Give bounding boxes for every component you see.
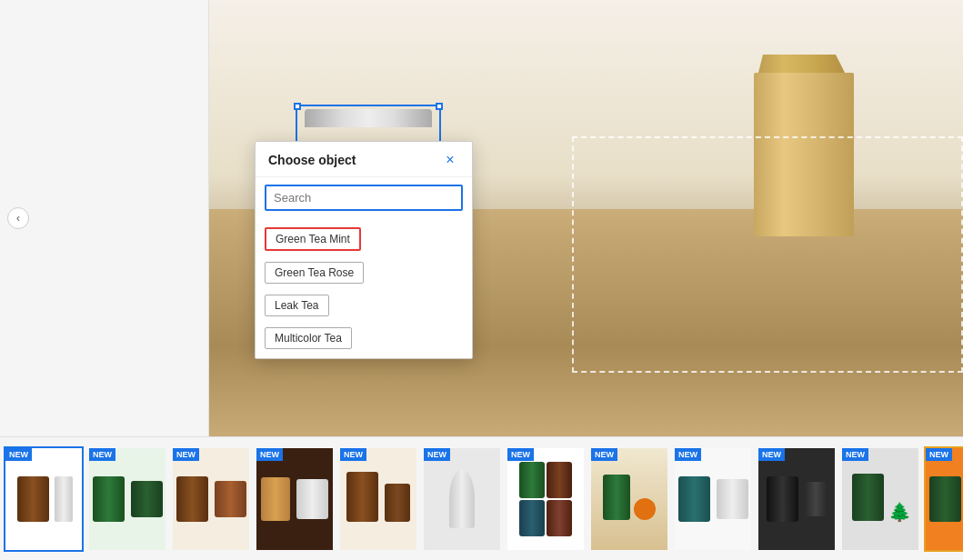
thumbnails-strip: NEW NEW NEW NEW <box>0 436 963 560</box>
thumbnail-8[interactable]: NEW <box>589 446 669 552</box>
pine-cone-11: 🌲 <box>888 501 911 523</box>
mini-can-white-9 <box>717 479 748 519</box>
mini-can-brown-3 <box>176 476 208 522</box>
thumb-bg-10 <box>758 448 835 550</box>
left-sidebar: ‹ <box>0 0 209 436</box>
dialog-title: Choose object <box>268 153 356 167</box>
mini-can-green-2 <box>93 476 125 522</box>
list-item[interactable]: Multicolor Tea <box>256 322 472 355</box>
thumbnail-7[interactable]: NEW <box>506 446 586 552</box>
list-item[interactable]: Green Tea Rose <box>256 256 472 289</box>
thumbnail-9[interactable]: NEW <box>673 446 753 552</box>
dialog-search-input[interactable] <box>265 185 463 211</box>
thumb-bg-11: 🌲 <box>842 448 918 550</box>
dialog-container: Choose object × Green Tea Mint Green Tea… <box>255 141 473 359</box>
mc-2 <box>547 462 572 498</box>
item-green-tea-rose[interactable]: Green Tea Rose <box>265 262 364 284</box>
thumb-bg-9 <box>675 448 751 550</box>
mini-can-dark2-10 <box>805 482 827 516</box>
thumb-bg-6 <box>424 448 500 550</box>
new-badge-10: NEW <box>758 448 785 461</box>
choose-object-dialog: Choose object × Green Tea Mint Green Tea… <box>255 141 473 359</box>
sidebar-collapse-arrow[interactable]: ‹ <box>7 207 29 229</box>
main-canvas: ‹ Contoso Green tea Mint <box>0 0 963 436</box>
thumbnail-2[interactable]: NEW <box>87 446 167 552</box>
list-item[interactable]: Green Tea Mint <box>256 222 472 256</box>
thumbnail-10[interactable]: NEW <box>757 446 837 552</box>
paper-bag-body <box>754 73 854 236</box>
new-badge-8: NEW <box>591 448 617 461</box>
paper-bag <box>754 55 854 236</box>
thumbnail-12[interactable]: NEW <box>924 446 963 552</box>
item-leak-tea[interactable]: Leak Tea <box>265 295 329 316</box>
mini-can-dkgreen-12 <box>929 476 961 522</box>
thumb-bg-5 <box>340 448 416 550</box>
thumb-bg-1 <box>5 448 82 550</box>
new-badge-3: NEW <box>173 448 199 461</box>
mini-can-brown-5 <box>346 472 378 522</box>
mini-can-dkgreen-2 <box>131 481 163 517</box>
thumbnail-6[interactable]: NEW <box>422 446 502 552</box>
multi-cans-7 <box>507 462 584 536</box>
thumbnail-1[interactable]: NEW <box>4 446 84 552</box>
new-badge-9: NEW <box>675 448 701 461</box>
item-green-tea-mint[interactable]: Green Tea Mint <box>265 227 361 251</box>
thumb-bg-4 <box>256 448 333 550</box>
new-badge-11: NEW <box>842 448 868 461</box>
mini-can-brown-1 <box>17 476 49 522</box>
mc-3 <box>519 500 545 536</box>
dialog-close-button[interactable]: × <box>441 151 459 169</box>
thumb-bg-12 <box>926 448 963 550</box>
mini-can-small-5 <box>385 484 410 522</box>
new-badge-1: NEW <box>5 448 32 461</box>
new-badge-6: NEW <box>424 448 450 461</box>
list-item[interactable]: Leak Tea <box>256 289 472 322</box>
new-badge-7: NEW <box>507 448 534 461</box>
mini-can-black-10 <box>767 476 798 522</box>
thumbnail-4[interactable]: NEW <box>255 446 335 552</box>
mini-can-white-4 <box>296 479 328 519</box>
thumb-bg-7 <box>507 448 584 550</box>
new-badge-2: NEW <box>89 448 115 461</box>
thumbnail-11[interactable]: NEW 🌲 <box>840 446 920 552</box>
thumbnail-5[interactable]: NEW <box>338 446 418 552</box>
mini-can-tan-4 <box>261 477 290 521</box>
new-badge-4: NEW <box>256 448 283 461</box>
mini-can-teal-9 <box>678 476 710 522</box>
handle-tr[interactable] <box>436 103 443 110</box>
thumbnail-3[interactable]: NEW <box>171 446 251 552</box>
dialog-header: Choose object × <box>256 142 472 177</box>
can-top-rim <box>305 109 432 127</box>
dialog-items-list: Green Tea Mint Green Tea Rose Leak Tea M… <box>256 218 472 358</box>
mini-can-white-6 <box>449 469 475 528</box>
thumb-bg-8 <box>591 448 667 550</box>
thumb-bg-3 <box>173 448 249 550</box>
thumb-bg-2 <box>89 448 166 550</box>
new-badge-5: NEW <box>340 448 366 461</box>
mc-4 <box>547 500 572 536</box>
mini-can-8 <box>603 475 630 520</box>
new-badge-12: NEW <box>926 448 952 461</box>
mini-can-dkgreen-11 <box>852 474 884 521</box>
mini-can-white-1 <box>55 476 73 522</box>
mc-1 <box>519 462 545 498</box>
handle-tl[interactable] <box>294 103 301 110</box>
item-multicolor-tea[interactable]: Multicolor Tea <box>265 327 352 349</box>
mini-can-brown2-3 <box>215 481 246 517</box>
pumpkin-8 <box>634 498 656 520</box>
dialog-search-wrap <box>256 177 472 218</box>
